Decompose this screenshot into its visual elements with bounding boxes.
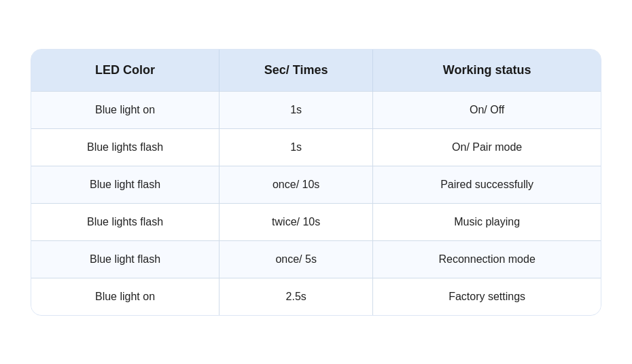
cell-sec-times: 2.5s xyxy=(220,278,373,315)
header-working-status: Working status xyxy=(373,50,601,92)
cell-led-color: Blue light on xyxy=(31,91,220,128)
cell-sec-times: once/ 5s xyxy=(220,240,373,278)
cell-working-status: Factory settings xyxy=(373,278,601,315)
cell-working-status: Reconnection mode xyxy=(373,240,601,278)
cell-working-status: On/ Pair mode xyxy=(373,128,601,166)
header-sec-times: Sec/ Times xyxy=(220,50,373,92)
led-status-table: LED Color Sec/ Times Working status Blue… xyxy=(31,50,601,315)
table-row: Blue lights flashtwice/ 10sMusic playing xyxy=(31,203,601,240)
led-table-container: LED Color Sec/ Times Working status Blue… xyxy=(31,49,601,316)
cell-sec-times: 1s xyxy=(220,91,373,128)
cell-sec-times: twice/ 10s xyxy=(220,203,373,240)
cell-sec-times: 1s xyxy=(220,128,373,166)
table-row: Blue light flashonce/ 5sReconnection mod… xyxy=(31,240,601,278)
cell-working-status: Music playing xyxy=(373,203,601,240)
header-led-color: LED Color xyxy=(31,50,220,92)
table-header-row: LED Color Sec/ Times Working status xyxy=(31,50,601,92)
cell-led-color: Blue lights flash xyxy=(31,203,220,240)
table-row: Blue light on2.5sFactory settings xyxy=(31,278,601,315)
cell-led-color: Blue lights flash xyxy=(31,128,220,166)
cell-working-status: Paired successfully xyxy=(373,166,601,203)
cell-led-color: Blue light on xyxy=(31,278,220,315)
cell-led-color: Blue light flash xyxy=(31,166,220,203)
cell-working-status: On/ Off xyxy=(373,91,601,128)
table-row: Blue light flashonce/ 10sPaired successf… xyxy=(31,166,601,203)
table-row: Blue lights flash1sOn/ Pair mode xyxy=(31,128,601,166)
table-row: Blue light on1sOn/ Off xyxy=(31,91,601,128)
cell-sec-times: once/ 10s xyxy=(220,166,373,203)
cell-led-color: Blue light flash xyxy=(31,240,220,278)
